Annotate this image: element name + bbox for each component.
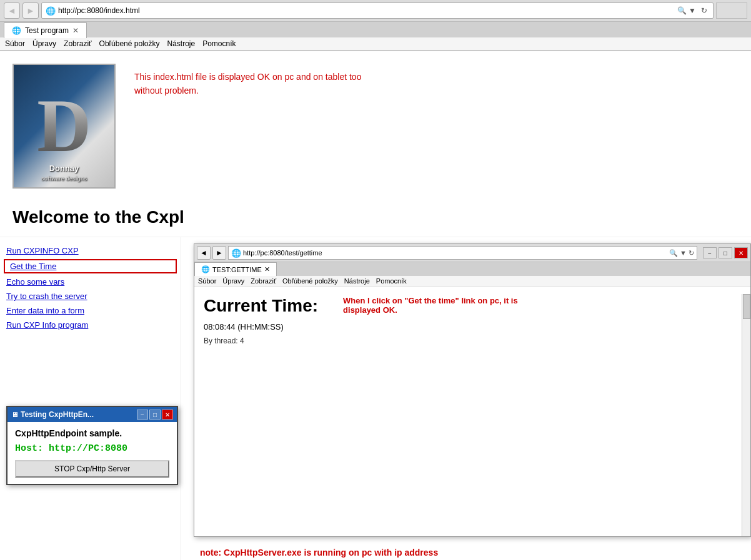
popup-addr-search[interactable]: 🔍 ▼ bbox=[669, 249, 687, 257]
address-bar: 🌐 🔍 ▼ ↻ bbox=[41, 2, 714, 19]
popup-browser-window: ◄ ► 🌐 http://pc:8080/test/gettime 🔍 ▼ ↻ … bbox=[194, 243, 751, 537]
menu-oblubene[interactable]: Obľúbené položky bbox=[99, 39, 160, 48]
browser-menu-bar: Súbor Úpravy Zobraziť Obľúbené položky N… bbox=[0, 37, 751, 51]
popup-scroll-thumb[interactable] bbox=[743, 294, 750, 319]
time-value: 08:08:44 (HH:MM:SS) bbox=[204, 322, 318, 332]
current-time-label: Current Time: bbox=[204, 296, 318, 316]
tab-title: Test program bbox=[25, 26, 69, 35]
cxp-host-label: Host: bbox=[15, 443, 43, 454]
note-area: note: CxpHttpServer.exe is running on pc… bbox=[187, 537, 745, 560]
menu-subor[interactable]: Súbor bbox=[5, 39, 25, 48]
popup-menu-upravy[interactable]: Úpravy bbox=[222, 277, 244, 285]
cxp-title: Testing CxpHttpEn... bbox=[21, 410, 137, 419]
welcome-title: Welcome to the Cxpl bbox=[0, 201, 751, 237]
menu-pomocnik[interactable]: Pomocník bbox=[202, 39, 236, 48]
tab-favicon: 🌐 bbox=[12, 26, 21, 35]
popup-menu-oblubene[interactable]: Obľúbené položky bbox=[282, 277, 338, 285]
intro-line1: This index.html file is displayed OK on … bbox=[134, 70, 361, 84]
popup-tab[interactable]: 🌐 TEST:GETTIME ✕ bbox=[194, 262, 277, 276]
nav-run-cxpinfo[interactable]: Run CXPINFO CXP bbox=[0, 243, 181, 258]
tab-bar: 🌐 Test program ✕ bbox=[0, 22, 751, 37]
logo-image: D Donnaysoftware designs bbox=[12, 64, 116, 189]
popup-addr-favicon: 🌐 bbox=[231, 248, 241, 258]
address-favicon: 🌐 bbox=[46, 6, 56, 16]
cxp-maximize-btn[interactable]: □ bbox=[149, 410, 161, 420]
address-input[interactable] bbox=[58, 6, 673, 15]
popup-minimize-btn[interactable]: − bbox=[703, 247, 717, 258]
popup-menu-zobrazit[interactable]: Zobraziť bbox=[251, 277, 276, 285]
popup-menu-nastroje[interactable]: Nástroje bbox=[344, 277, 370, 285]
popup-menu-bar: Súbor Úpravy Zobraziť Obľúbené položky N… bbox=[194, 276, 750, 287]
menu-nastroje[interactable]: Nástroje bbox=[167, 39, 195, 48]
popup-tab-title: TEST:GETTIME bbox=[212, 266, 262, 273]
popup-forward-btn[interactable]: ► bbox=[212, 246, 226, 260]
main-layout: Run CXPINFO CXP Get the Time Echo some v… bbox=[0, 237, 751, 560]
cxp-stop-button[interactable]: STOP Cxp/Http Server bbox=[15, 460, 169, 478]
cxp-window-controls: − □ ✕ bbox=[137, 410, 173, 420]
browser-toolbar: ◄ ► 🌐 🔍 ▼ ↻ bbox=[0, 0, 751, 22]
forward-button[interactable]: ► bbox=[22, 2, 39, 19]
cxp-close-btn[interactable]: ✕ bbox=[162, 410, 173, 420]
popup-addr-refresh[interactable]: ↻ bbox=[689, 249, 694, 257]
menu-upravy[interactable]: Úpravy bbox=[32, 39, 56, 48]
popup-browser-toolbar: ◄ ► 🌐 http://pc:8080/test/gettime 🔍 ▼ ↻ … bbox=[194, 244, 750, 262]
address-actions: 🔍 ▼ ↻ bbox=[675, 6, 709, 15]
nav-run-cxp-info[interactable]: Run CXP Info program bbox=[0, 318, 181, 332]
popup-tab-close-btn[interactable]: ✕ bbox=[264, 265, 270, 273]
nav-get-time[interactable]: Get the Time bbox=[4, 259, 177, 273]
popup-annotation: When I click on "Get the time" link on p… bbox=[343, 296, 518, 315]
cxp-window: 🖥 Testing CxpHttpEn... − □ ✕ CxpHttpEndp… bbox=[6, 406, 178, 485]
popup-address-bar: 🌐 http://pc:8080/test/gettime 🔍 ▼ ↻ bbox=[228, 246, 697, 260]
intro-line2: without problem. bbox=[134, 84, 361, 97]
thread-label: By thread: 4 bbox=[204, 336, 318, 345]
popup-window-controls: − □ ✕ bbox=[703, 247, 748, 258]
cxp-host: Host: http://PC:8080 bbox=[15, 443, 169, 454]
cxp-icon: 🖥 bbox=[11, 411, 18, 418]
popup-page-content: Current Time: 08:08:44 (HH:MM:SS) By thr… bbox=[194, 287, 750, 458]
popup-tab-favicon: 🌐 bbox=[201, 265, 210, 273]
intro-text: This index.html file is displayed OK on … bbox=[134, 64, 361, 98]
cxp-titlebar: 🖥 Testing CxpHttpEn... − □ ✕ bbox=[7, 407, 177, 422]
logo-letter-d: D bbox=[37, 89, 91, 164]
search-button[interactable]: 🔍 ▼ bbox=[675, 6, 698, 15]
popup-menu-pomocnik[interactable]: Pomocník bbox=[376, 277, 407, 285]
cxp-host-value: http://PC:8080 bbox=[49, 443, 127, 454]
popup-close-btn[interactable]: ✕ bbox=[734, 247, 748, 258]
popup-tab-bar: 🌐 TEST:GETTIME ✕ bbox=[194, 262, 750, 276]
cxp-sample-text: CxpHttpEndpoint sample. bbox=[15, 428, 169, 438]
refresh-button[interactable]: ↻ bbox=[699, 6, 709, 15]
nav-enter-data[interactable]: Enter data into a form bbox=[0, 303, 181, 318]
content-area: ◄ ► 🌐 http://pc:8080/test/gettime 🔍 ▼ ↻ … bbox=[181, 237, 751, 560]
sidebar: Run CXPINFO CXP Get the Time Echo some v… bbox=[0, 237, 181, 560]
cxp-body: CxpHttpEndpoint sample. Host: http://PC:… bbox=[7, 422, 177, 484]
popup-back-btn[interactable]: ◄ bbox=[197, 246, 211, 260]
nav-echo-vars[interactable]: Echo some vars bbox=[0, 275, 181, 289]
nav-crash-server[interactable]: Try to crash the server bbox=[0, 289, 181, 303]
popup-menu-subor[interactable]: Súbor bbox=[198, 277, 216, 285]
popup-addr-text: http://pc:8080/test/gettime bbox=[243, 249, 667, 257]
tab-close-button[interactable]: ✕ bbox=[72, 26, 79, 35]
logo-text: Donnaysoftware designs bbox=[14, 164, 114, 182]
popup-maximize-btn[interactable]: □ bbox=[719, 247, 732, 258]
menu-zobrazit[interactable]: Zobraziť bbox=[64, 39, 92, 48]
browser-chrome: ◄ ► 🌐 🔍 ▼ ↻ 🌐 Test program ✕ Súbor Úprav… bbox=[0, 0, 751, 51]
back-button[interactable]: ◄ bbox=[4, 2, 20, 19]
popup-scrollbar[interactable] bbox=[742, 294, 750, 458]
logo-section: D Donnaysoftware designs This index.html… bbox=[0, 51, 751, 201]
main-tab[interactable]: 🌐 Test program ✕ bbox=[4, 22, 87, 38]
cxp-minimize-btn[interactable]: − bbox=[137, 410, 148, 420]
